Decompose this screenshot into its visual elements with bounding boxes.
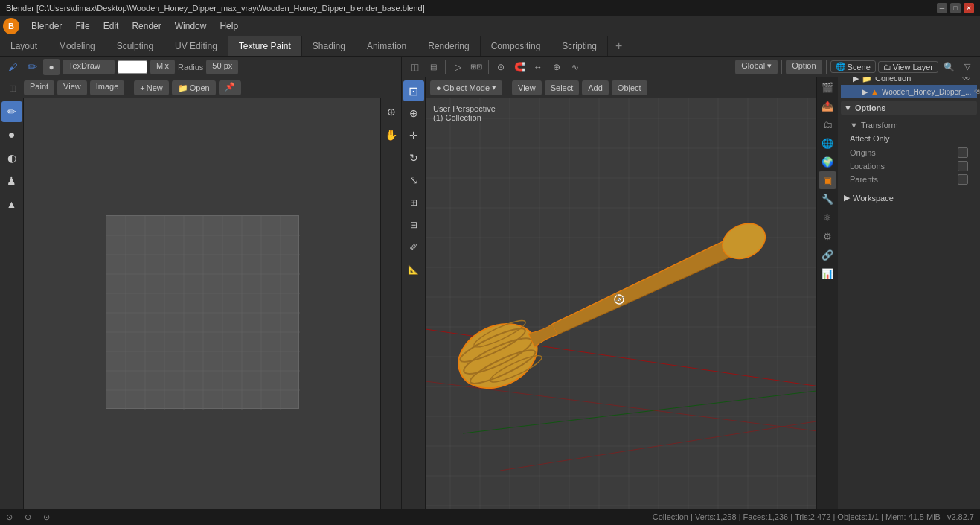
tab-animation[interactable]: Animation [356,36,417,56]
workspace-header[interactable]: ▶ Workspace [841,191,977,205]
particle-button[interactable]: ⚛ [819,209,836,226]
new-image-button[interactable]: + New [134,80,168,95]
object-menu[interactable]: Object [612,80,647,95]
radius-value[interactable]: 50 px [206,60,238,74]
minimize-button[interactable]: ─ [937,3,947,13]
select-menu[interactable]: Select [545,80,580,95]
menu-window[interactable]: Window [169,19,213,33]
snap-icons[interactable]: ⊞⊡ [468,59,484,75]
transform-tool[interactable]: ⊞ [403,192,424,213]
tab-rendering[interactable]: Rendering [417,36,480,56]
object-props-button[interactable]: ▣ [819,171,836,189]
tab-uv-editing[interactable]: UV Editing [164,36,228,56]
pan-tool[interactable]: ✋ [381,124,402,145]
collection-eye: 👁 [962,77,971,83]
menu-file[interactable]: File [69,19,95,33]
view-layer-selector[interactable]: 🗂 View Layer [878,61,938,73]
tab-sculpting[interactable]: Sculpting [106,36,164,56]
render-props-button[interactable]: 🎬 [819,78,836,96]
snap-button[interactable]: 🧲 [511,59,528,75]
tab-compositing[interactable]: Compositing [481,36,552,56]
soften-tool-button[interactable]: ● [1,124,22,145]
transform-header[interactable]: ▼ Transform [847,119,971,131]
tab-layout[interactable]: Layout [0,36,48,56]
blender-logo[interactable]: B [3,18,19,34]
tex-draw-mode[interactable]: TexDraw [63,60,115,74]
view-menu[interactable]: View [512,80,542,95]
workspace-collapse: ▶ [844,193,850,203]
object-item[interactable]: ▶ ▲ Wooden_Honey_Dipper_... 👁 [841,85,977,98]
proportional-edit[interactable]: ⊙ [493,59,509,75]
clone-tool-button[interactable]: ♟ [1,171,22,191]
paint-menu[interactable]: Paint [24,80,54,95]
view-layer-props-button[interactable]: 🗂 [819,115,836,133]
status-text: Collection | Verts:1,258 | Faces:1,236 |… [653,512,974,521]
zoom-tool[interactable]: ⊕ [381,101,402,122]
tab-scripting[interactable]: Scripting [551,36,608,56]
cursor-tool[interactable]: ⊕ [403,103,424,124]
blend-mode[interactable]: Mix [150,60,175,74]
object-mode-dropdown[interactable]: ● Object Mode ▾ [430,80,502,95]
menu-render[interactable]: Render [126,19,167,33]
physics-button[interactable]: ⚙ [819,227,836,245]
tab-modeling[interactable]: Modeling [48,36,106,56]
locations-row: Locations [847,159,971,173]
filter-icon[interactable]: ▽ [959,59,976,75]
topology[interactable]: ⊕ [548,59,565,75]
view-menu[interactable]: View [57,80,87,95]
vp-editor-type[interactable]: ◫ [406,59,423,75]
data-button[interactable]: 📊 [819,264,836,282]
view-layer-icon-small: 🗂 [883,63,891,71]
move-tool[interactable]: ✛ [403,125,424,146]
tab-texture-paint[interactable]: Texture Paint [228,36,302,56]
output-props-button[interactable]: 📤 [819,97,836,115]
uv-editor-header: ◫ Paint View Image + New 📁 Open 📌 [0,77,401,98]
select-box-tool[interactable]: ⊡ [403,80,424,101]
modifier-button[interactable]: 🔧 [819,190,836,208]
workspace-label: Workspace [853,194,894,203]
translate-icon[interactable]: ▷ [449,59,466,75]
editor-type-button[interactable]: 🖌 [4,59,21,75]
parents-checkbox[interactable] [958,174,968,185]
uv-canvas[interactable] [24,98,380,525]
pin-button[interactable]: 📌 [219,80,241,95]
close-button[interactable]: ✕ [964,3,974,13]
menu-blender[interactable]: Blender [25,19,68,33]
vp-mode-toggle[interactable]: ▤ [425,59,441,75]
menu-help[interactable]: Help [214,19,244,33]
collection-item[interactable]: ▶ 📁 Collection 👁 [841,77,977,85]
image-menu[interactable]: Image [90,80,125,95]
parents-row: Parents [847,173,971,186]
workspace-tabs: Layout Modeling Sculpting UV Editing Tex… [0,36,980,57]
transform-orientation[interactable]: Global ▾ [735,60,778,74]
scene-world-button[interactable]: 🌐 [819,134,836,152]
add-workspace-button[interactable]: + [608,36,630,56]
options-button[interactable]: Option [786,60,822,74]
ruler-tool[interactable]: 📐 [403,259,424,280]
transform2-tool[interactable]: ⊟ [403,214,424,235]
draw-tool-button[interactable]: ✏ [1,101,22,122]
fill-tool-button[interactable]: ▲ [1,194,22,214]
annotate-tool[interactable]: ✐ [403,237,424,258]
rotate-tool[interactable]: ↻ [403,147,424,168]
transform-collapse: ▼ [850,121,858,130]
menu-edit[interactable]: Edit [97,19,125,33]
search-button[interactable]: 🔍 [941,59,957,75]
open-image-button[interactable]: 📁 Open [172,80,216,95]
wave-icon[interactable]: ∿ [567,59,583,75]
mirror-button[interactable]: ↔ [530,59,546,75]
world-button[interactable]: 🌍 [819,153,836,171]
color-picker[interactable] [118,60,147,74]
smear-tool-button[interactable]: ◐ [1,147,22,168]
origins-checkbox[interactable] [958,147,968,158]
maximize-button[interactable]: □ [950,3,961,13]
scene-selector[interactable]: 🌐 Scene [830,60,876,73]
uv-editor-type[interactable]: ◫ [4,80,21,96]
scale-tool[interactable]: ⤡ [403,170,424,191]
tab-shading[interactable]: Shading [302,36,356,56]
constraints-button[interactable]: 🔗 [819,246,836,264]
window-title: Blender [C:\Users\dimax\Desktop\Wooden_H… [6,4,425,13]
locations-checkbox[interactable] [958,161,968,171]
add-menu[interactable]: Add [582,80,609,95]
options-header[interactable]: ▼ Options [841,101,977,115]
